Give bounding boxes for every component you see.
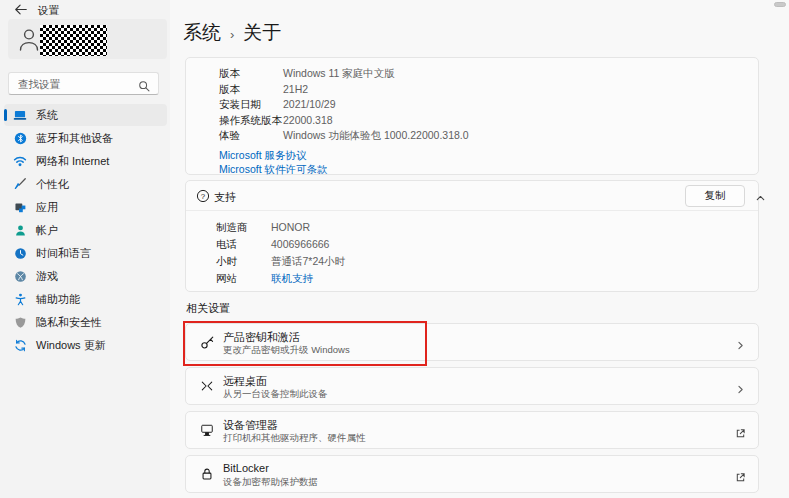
product-key-activation-row[interactable]: 产品密钥和激活 更改产品密钥或升级 Windows (185, 323, 759, 361)
sidebar-item-label: 蓝牙和其他设备 (36, 131, 113, 146)
sidebar-item-label: 网络和 Internet (36, 154, 109, 169)
search-input[interactable] (18, 74, 136, 93)
sidebar-item-label: 帐户 (36, 223, 58, 238)
related-settings-heading: 相关设置 (186, 301, 230, 316)
external-link-icon (735, 425, 746, 443)
row-title: 设备管理器 (223, 418, 278, 433)
support-label: 电话 (216, 236, 271, 253)
services-agreement-link[interactable]: Microsoft 服务协议 (219, 148, 758, 163)
spec-label: 版本 (219, 66, 283, 82)
online-support-link[interactable]: 联机支持 (271, 270, 313, 287)
spec-value: 22000.318 (283, 113, 333, 129)
row-title: 产品密钥和激活 (223, 330, 300, 345)
chevron-right-icon (735, 337, 746, 355)
network-icon (13, 154, 27, 168)
support-value: 普通话7*24小时 (271, 253, 345, 270)
spec-row: 安装日期2021/10/29 (219, 97, 758, 113)
sidebar-item-gaming[interactable]: 游戏 (4, 265, 167, 287)
scrollbar-thumb[interactable] (774, 2, 786, 7)
row-subtitle: 从另一台设备控制此设备 (223, 388, 328, 401)
avatar-icon (17, 26, 41, 56)
spec-value: Windows 功能体验包 1000.22000.318.0 (283, 128, 469, 144)
support-label: 制造商 (216, 219, 271, 236)
sidebar-item-system[interactable]: 系统 (4, 104, 167, 126)
device-manager-icon (200, 423, 214, 441)
apps-icon (13, 200, 27, 214)
system-icon (13, 108, 27, 122)
accounts-icon (13, 223, 27, 237)
support-row: 电话4006966666 (216, 236, 758, 253)
spec-row: 版本Windows 11 家庭中文版 (219, 66, 758, 82)
sidebar-item-label: Windows 更新 (36, 338, 106, 353)
sidebar-item-windows-update[interactable]: Windows 更新 (4, 334, 167, 356)
row-title: BitLocker (223, 462, 269, 474)
user-profile[interactable] (8, 19, 167, 59)
sidebar-item-label: 时间和语言 (36, 246, 91, 261)
sidebar-item-time-language[interactable]: 时间和语言 (4, 242, 167, 264)
windows-spec-card: 版本Windows 11 家庭中文版 版本21H2 安装日期2021/10/29… (185, 57, 759, 175)
support-row: 小时普通话7*24小时 (216, 253, 758, 270)
row-subtitle: 设备加密帮助保护数据 (223, 476, 318, 489)
sidebar-item-network[interactable]: 网络和 Internet (4, 150, 167, 172)
gaming-icon (13, 269, 27, 283)
sidebar-item-label: 游戏 (36, 269, 58, 284)
chevron-right-icon (735, 381, 746, 399)
support-value: 4006966666 (271, 236, 329, 253)
sidebar-item-accounts[interactable]: 帐户 (4, 219, 167, 241)
spec-label: 版本 (219, 82, 283, 98)
support-value: HONOR (271, 219, 310, 236)
spec-value: 2021/10/29 (283, 97, 336, 113)
remote-desktop-row[interactable]: 远程桌面 从另一台设备控制此设备 (185, 367, 759, 405)
sidebar-nav: 系统 蓝牙和其他设备 网络和 Internet 个性化 (4, 104, 167, 357)
redacted-username (40, 25, 107, 56)
breadcrumb-separator-icon: › (230, 25, 234, 42)
accessibility-icon (13, 292, 27, 306)
search-box[interactable] (8, 72, 159, 95)
row-title: 远程桌面 (223, 374, 267, 389)
back-button[interactable] (12, 3, 30, 18)
bluetooth-icon (13, 131, 27, 145)
sidebar-item-privacy[interactable]: 隐私和安全性 (4, 311, 167, 333)
breadcrumb-system[interactable]: 系统 (183, 20, 221, 46)
lock-icon (200, 467, 214, 485)
row-subtitle: 更改产品密钥或升级 Windows (223, 344, 350, 357)
spec-value: 21H2 (283, 82, 308, 98)
sidebar-item-bluetooth[interactable]: 蓝牙和其他设备 (4, 127, 167, 149)
help-circle-icon: ? (196, 189, 210, 207)
support-row: 制造商HONOR (216, 219, 758, 236)
main-pane: 系统 › 关于 版本Windows 11 家庭中文版 版本21H2 安装日期20… (170, 0, 789, 498)
sidebar-item-label: 个性化 (36, 177, 69, 192)
sidebar-item-apps[interactable]: 应用 (4, 196, 167, 218)
sidebar-item-label: 辅助功能 (36, 292, 80, 307)
external-link-icon (735, 469, 746, 487)
spec-label: 体验 (219, 128, 283, 144)
device-manager-row[interactable]: 设备管理器 打印机和其他驱动程序、硬件属性 (185, 411, 759, 449)
bitlocker-row[interactable]: BitLocker 设备加密帮助保护数据 (185, 455, 759, 493)
support-card: ? 支持 复制 制造商HONOR 电话4006966666 小时普通话7*24小… (185, 180, 759, 292)
row-subtitle: 打印机和其他驱动程序、硬件属性 (223, 432, 366, 445)
software-license-link[interactable]: Microsoft 软件许可条款 (219, 162, 758, 177)
copy-button[interactable]: 复制 (685, 185, 745, 207)
search-icon (138, 78, 150, 96)
svg-text:?: ? (201, 192, 206, 201)
spec-label: 安装日期 (219, 97, 283, 113)
spec-row: 版本21H2 (219, 82, 758, 98)
sidebar-item-personalization[interactable]: 个性化 (4, 173, 167, 195)
breadcrumb: 系统 › 关于 (183, 20, 281, 46)
titlebar: 设置 (0, 0, 789, 20)
support-header: ? 支持 复制 (186, 181, 758, 211)
chevron-up-icon[interactable] (755, 190, 766, 208)
time-language-icon (13, 246, 27, 260)
back-arrow-icon (14, 2, 28, 20)
windows-update-icon (13, 338, 27, 352)
personalization-icon (13, 177, 27, 191)
spec-label: 操作系统版本 (219, 113, 283, 129)
remote-desktop-icon (200, 379, 214, 397)
sidebar-item-accessibility[interactable]: 辅助功能 (4, 288, 167, 310)
support-title: 支持 (214, 190, 236, 205)
support-label: 小时 (216, 253, 271, 270)
settings-window: 设置 系统 (0, 0, 789, 498)
sidebar: 系统 蓝牙和其他设备 网络和 Internet 个性化 (0, 0, 170, 498)
app-title: 设置 (38, 4, 59, 18)
support-body: 制造商HONOR 电话4006966666 小时普通话7*24小时 网站联机支持 (186, 211, 758, 287)
